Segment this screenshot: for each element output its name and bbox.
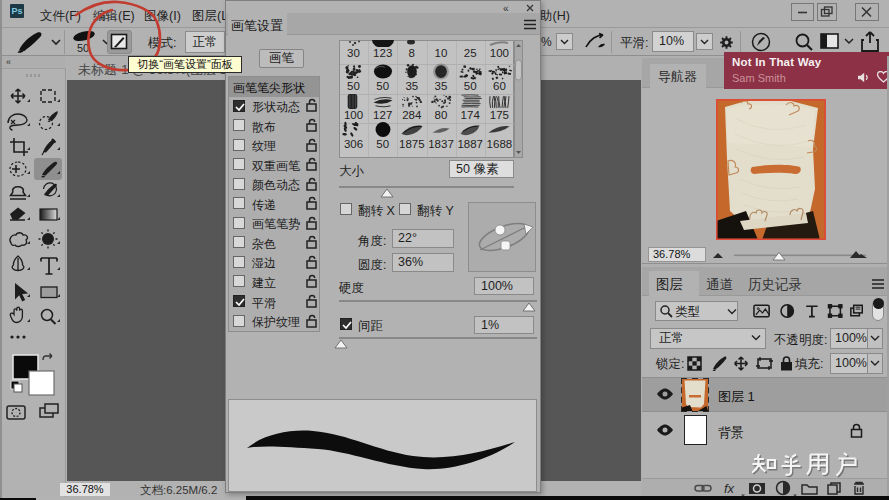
svg-text:fx: fx [724,481,735,496]
svg-text:50: 50 [77,42,89,54]
